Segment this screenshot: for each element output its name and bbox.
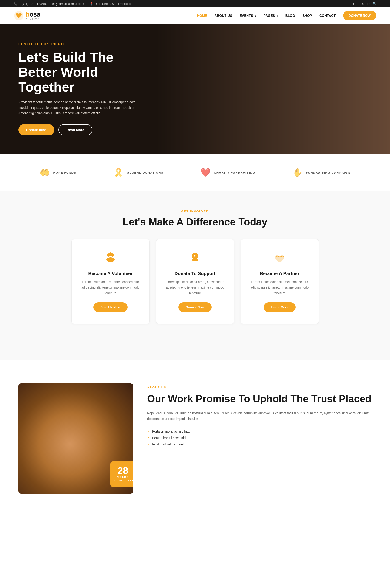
stat-divider-1 — [95, 168, 95, 177]
about-list-item-1: Porta tempora facilisi, hac. — [147, 428, 372, 435]
stat-divider-3 — [274, 168, 274, 177]
donate-fund-button[interactable]: Donate fund — [18, 124, 54, 135]
nav-events[interactable]: EVENTS ▾ — [240, 14, 256, 17]
nav-about[interactable]: ABOUT US — [214, 14, 232, 17]
partner-card: Become A Partner Lorem ipsum dolor sit a… — [241, 239, 319, 323]
volunteer-card-title: Become A Volunteer — [81, 271, 140, 276]
global-donations-label: GLOBAL DONATIONS — [127, 171, 163, 174]
header: bosa CHARITY HOME ABOUT US EVENTS ▾ PAGE… — [0, 7, 390, 24]
svg-point-3 — [109, 252, 112, 256]
charity-fundraising-icon: ❤️ — [200, 168, 211, 177]
svg-point-4 — [106, 257, 115, 262]
phone-icon: 📞 — [14, 2, 17, 5]
logo-text-block: bosa CHARITY — [26, 11, 40, 21]
donate-icon: $ — [165, 251, 225, 266]
email-icon: ✉ — [52, 2, 55, 5]
instagram-icon[interactable]: in — [357, 2, 359, 5]
join-us-button[interactable]: Join Us Now — [93, 302, 127, 312]
hero-description: Provident tenetur metus aenean nemo dict… — [18, 100, 143, 116]
hope-funds-icon: 🤲 — [40, 168, 50, 177]
about-section: 28 YEARS of experience ABOUT US Our Work… — [0, 360, 390, 517]
top-bar-contact: 📞 + (911) 1987 123456 ✉ yourmail@email.c… — [14, 2, 131, 5]
years-badge: 28 YEARS of experience — [110, 462, 133, 487]
nav-pages[interactable]: PAGES ▾ — [263, 14, 278, 17]
about-list-item-3: Incididunt vel inci dunt. — [147, 441, 372, 447]
logo[interactable]: bosa CHARITY — [14, 11, 40, 21]
hope-funds-label: HOPE FUNDS — [53, 171, 76, 174]
search-icon[interactable]: 🔍 — [372, 2, 376, 5]
cards-row: Become A Volunteer Lorem ipsum dolor sit… — [18, 239, 372, 323]
donate-now-button[interactable]: Donate Now — [343, 11, 376, 20]
logo-icon — [14, 11, 24, 21]
volunteer-icon — [81, 251, 140, 266]
donate-card-title: Donate To Support — [165, 271, 225, 276]
hero-tag: DONATE TO CONTRIBUTE — [18, 42, 143, 46]
get-involved-section: GET INVOLVED Let's Make A Difference Tod… — [0, 191, 390, 347]
nav-contact[interactable]: CONTACT — [319, 14, 336, 17]
partner-card-desc: Lorem ipsum dolor sit amet, consectetur … — [250, 279, 309, 296]
read-more-button[interactable]: Read More — [58, 124, 93, 135]
location-icon: 📍 — [90, 2, 93, 5]
top-bar: 📞 + (911) 1987 123456 ✉ yourmail@email.c… — [0, 0, 390, 7]
donate-now-card-button[interactable]: Donate Now — [178, 302, 212, 312]
address-info: 📍 Rock Street, San Francisco — [90, 2, 131, 5]
about-image: 28 YEARS of experience — [18, 383, 133, 494]
about-list-item-2: Beatae hac ultrices, nisl. — [147, 435, 372, 441]
charity-fundraising-label: CHARITY FUNDRAISING — [214, 171, 255, 174]
stats-strip: 🤲 HOPE FUNDS 🎗️ GLOBAL DONATIONS ❤️ CHAR… — [0, 154, 390, 191]
hero-content: DONATE TO CONTRIBUTE Let's Build The Bet… — [0, 24, 161, 154]
volunteer-card-desc: Lorem ipsum dolor sit amet, consectetur … — [81, 279, 140, 296]
hero-title: Let's Build The Better World Together — [18, 50, 143, 95]
stat-charity-fundraising: ❤️ CHARITY FUNDRAISING — [200, 168, 255, 177]
pages-arrow-icon: ▾ — [277, 15, 278, 17]
volunteer-card: Become A Volunteer Lorem ipsum dolor sit… — [71, 239, 150, 323]
about-content: ABOUT US Our Work Promise To Uphold The … — [147, 383, 372, 454]
twitter-icon[interactable]: t — [353, 2, 354, 5]
about-tag: ABOUT US — [147, 386, 372, 389]
stat-hope-funds: 🤲 HOPE FUNDS — [40, 168, 76, 177]
fundraising-campaign-label: Fundraising Campaign — [306, 171, 350, 174]
email-info: ✉ yourmail@email.com — [52, 2, 84, 5]
hero-buttons: Donate fund Read More — [18, 124, 143, 135]
get-involved-title: Let's Make A Difference Today — [18, 216, 372, 228]
stat-divider-2 — [182, 168, 182, 177]
facebook-icon[interactable]: f — [349, 2, 350, 5]
svg-text:$: $ — [194, 254, 196, 258]
svg-rect-7 — [192, 259, 198, 261]
partner-card-title: Become A Partner — [250, 271, 309, 276]
google-icon[interactable]: G — [362, 2, 365, 5]
donate-card: $ Donate To Support Lorem ipsum dolor si… — [156, 239, 234, 323]
spacer — [0, 347, 390, 360]
partner-icon — [250, 251, 309, 266]
learn-more-button[interactable]: Learn More — [264, 302, 295, 312]
phone-info: 📞 + (911) 1987 123456 — [14, 2, 47, 5]
pinterest-icon[interactable]: P — [367, 2, 370, 5]
stat-fundraising-campaign: ✋ Fundraising Campaign — [292, 168, 350, 177]
events-arrow-icon: ▾ — [255, 15, 256, 17]
about-title: Our Work Promise To Uphold The Trust Pla… — [147, 393, 372, 405]
nav-blog[interactable]: BLOG — [286, 14, 295, 17]
stat-global-donations: 🎗️ GLOBAL DONATIONS — [113, 168, 163, 177]
main-nav: HOME ABOUT US EVENTS ▾ PAGES ▾ BLOG SHOP… — [197, 11, 376, 20]
about-description: Repellendus litora velit irure ea nostru… — [147, 410, 372, 422]
donate-card-desc: Lorem ipsum dolor sit amet, consectetur … — [165, 279, 225, 296]
fundraising-campaign-icon: ✋ — [292, 168, 303, 177]
social-links[interactable]: f t in G P 🔍 — [349, 2, 376, 5]
get-involved-tag: GET INVOLVED — [18, 210, 372, 213]
global-donations-icon: 🎗️ — [113, 168, 124, 177]
about-list: Porta tempora facilisi, hac. Beatae hac … — [147, 428, 372, 447]
nav-home[interactable]: HOME — [197, 14, 207, 17]
hero-section: DONATE TO CONTRIBUTE Let's Build The Bet… — [0, 24, 390, 154]
nav-shop[interactable]: SHOP — [302, 14, 312, 17]
